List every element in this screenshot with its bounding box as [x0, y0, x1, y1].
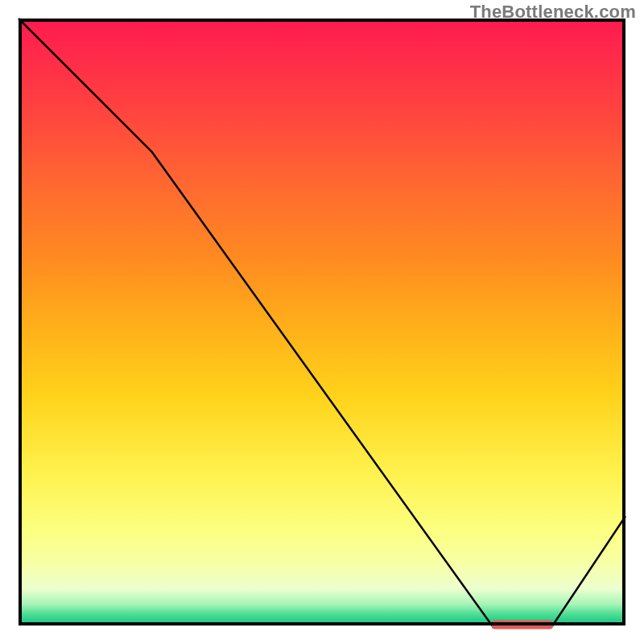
- optimal-range-marker: [492, 621, 552, 629]
- plot-outer: [19, 19, 625, 625]
- line-chart-svg: [19, 19, 625, 625]
- chart-container: TheBottleneck.com: [0, 0, 644, 644]
- bottleneck-curve: [19, 19, 625, 625]
